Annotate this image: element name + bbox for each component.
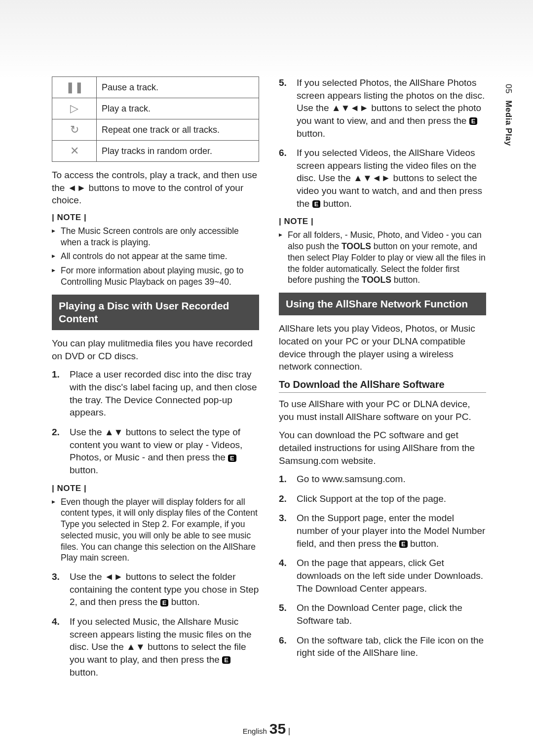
note-header: | NOTE | <box>52 484 259 493</box>
enter-icon: E <box>160 599 169 606</box>
step-text: On the software tab, click the File icon… <box>297 635 484 658</box>
step-text: If you selected Photos, the AllShare Pho… <box>297 77 485 126</box>
list-item: 1.Go to www.samsung.com. <box>279 473 486 486</box>
list-item: Even though the player will display fold… <box>52 496 259 564</box>
enter-icon: E <box>399 540 408 548</box>
control-label: Pause a track. <box>97 77 259 98</box>
enter-icon: E <box>222 656 230 664</box>
list-item: 5.On the Download Center page, click the… <box>279 602 486 627</box>
footer-bar: | <box>288 726 290 736</box>
step-number: 2. <box>279 492 287 505</box>
tools-label: TOOLS <box>362 275 391 285</box>
download-steps: 1.Go to www.samsung.com. 2.Click Support… <box>279 473 486 659</box>
step-text: On the Download Center page, click the S… <box>297 603 462 626</box>
step-number: 5. <box>279 602 287 614</box>
step-number: 3. <box>279 512 287 525</box>
control-label: Play tracks in random order. <box>97 141 259 162</box>
list-item: 4.On the page that appears, click Get do… <box>279 557 486 595</box>
table-row: ▷ Play a track. <box>52 98 259 119</box>
control-label: Play a track. <box>97 98 259 119</box>
section1-intro: You can play mulitmedia files you have r… <box>52 337 259 362</box>
access-controls-text: To access the controls, play a track, an… <box>52 169 259 207</box>
step-text: Go to www.samsung.com. <box>297 474 406 484</box>
section-heading-allshare: Using the AllShare Network Function <box>279 293 486 315</box>
control-label: Repeat one track or all tracks. <box>97 119 259 141</box>
section1-steps-right: 5. If you selected Photos, the AllShare … <box>279 76 486 210</box>
list-item: 6. If you selected Videos, the AllShare … <box>279 147 486 210</box>
list-item: For more information about playing music… <box>52 265 259 288</box>
table-row: ↻ Repeat one track or all tracks. <box>52 119 259 141</box>
download-para1: To use AllShare with your PC or DLNA dev… <box>279 398 486 423</box>
note-text: button. <box>391 275 420 285</box>
note-header: | NOTE | <box>52 213 259 223</box>
section1-steps-cont: 3. Use the ◄► buttons to select the fold… <box>52 570 259 679</box>
left-column: ❚❚ Pause a track. ▷ Play a track. ↻ Repe… <box>52 76 259 685</box>
step-text: button. <box>168 597 199 607</box>
playback-controls-table: ❚❚ Pause a track. ▷ Play a track. ↻ Repe… <box>52 76 259 162</box>
list-item: The Music Screen controls are only acces… <box>52 226 259 248</box>
step-number: 2. <box>52 426 60 439</box>
table-row: ❚❚ Pause a track. <box>52 77 259 98</box>
step-text: button. <box>70 465 98 475</box>
section-heading-disc: Playing a Disc with User Recorded Conten… <box>52 295 259 331</box>
page-footer: English 35 | <box>0 720 533 737</box>
note-header: | NOTE | <box>279 217 486 227</box>
step-number: 6. <box>279 147 287 159</box>
list-item: 3. Use the ◄► buttons to select the fold… <box>52 570 259 608</box>
step-text: button. <box>297 128 325 139</box>
play-icon: ▷ <box>52 98 97 119</box>
step-number: 1. <box>279 473 287 486</box>
download-para2: You can download the PC software and get… <box>279 429 486 467</box>
list-item: 3.On the Support page, enter the model n… <box>279 512 486 550</box>
page-number: 35 <box>269 720 286 737</box>
list-item: For all folders, - Music, Photo, and Vid… <box>279 229 486 286</box>
step-number: 4. <box>279 557 287 569</box>
step-text: button. <box>408 538 439 549</box>
step-text: button. <box>320 198 351 209</box>
step-text: button. <box>70 667 98 678</box>
note-list: Even though the player will display fold… <box>52 496 259 564</box>
step-number: 5. <box>279 76 287 89</box>
step-number: 3. <box>52 570 60 583</box>
list-item: 1. Place a user recorded disc into the d… <box>52 368 259 419</box>
step-text: On the Support page, enter the model num… <box>297 513 485 548</box>
page-content: ❚❚ Pause a track. ▷ Play a track. ↻ Repe… <box>0 0 533 715</box>
table-row: ✕ Play tracks in random order. <box>52 141 259 162</box>
pause-icon: ❚❚ <box>52 77 97 98</box>
step-text: Place a user recorded disc into the disc… <box>70 369 257 417</box>
enter-icon: E <box>228 454 236 462</box>
step-text: On the page that appears, click Get down… <box>297 558 483 593</box>
list-item: All controls do not appear at the same t… <box>52 251 259 262</box>
section1-steps: 1. Place a user recorded disc into the d… <box>52 368 259 476</box>
step-text: Click Support at the top of the page. <box>297 493 446 504</box>
right-column: 5. If you selected Photos, the AllShare … <box>279 76 486 685</box>
list-item: 6.On the software tab, click the File ic… <box>279 634 486 659</box>
list-item: 4. If you selected Music, the Allshare M… <box>52 615 259 679</box>
step-number: 6. <box>279 634 287 647</box>
step-text: Use the ▲▼ buttons to select the type of… <box>70 427 242 462</box>
footer-language: English <box>243 727 267 735</box>
step-number: 4. <box>52 615 60 628</box>
enter-icon: E <box>312 200 321 208</box>
list-item: 2.Click Support at the top of the page. <box>279 492 486 505</box>
note-list: For all folders, - Music, Photo, and Vid… <box>279 229 486 286</box>
list-item: 5. If you selected Photos, the AllShare … <box>279 76 486 140</box>
section2-intro: AllShare lets you play Videos, Photos, o… <box>279 322 486 373</box>
list-item: 2. Use the ▲▼ buttons to select the type… <box>52 426 259 477</box>
tools-label: TOOLS <box>342 241 371 251</box>
repeat-icon: ↻ <box>52 119 97 141</box>
step-number: 1. <box>52 368 60 381</box>
shuffle-icon: ✕ <box>52 141 97 162</box>
subheading-download: To Download the AllShare Software <box>279 379 486 393</box>
note-list: The Music Screen controls are only acces… <box>52 226 259 288</box>
enter-icon: E <box>469 117 478 125</box>
